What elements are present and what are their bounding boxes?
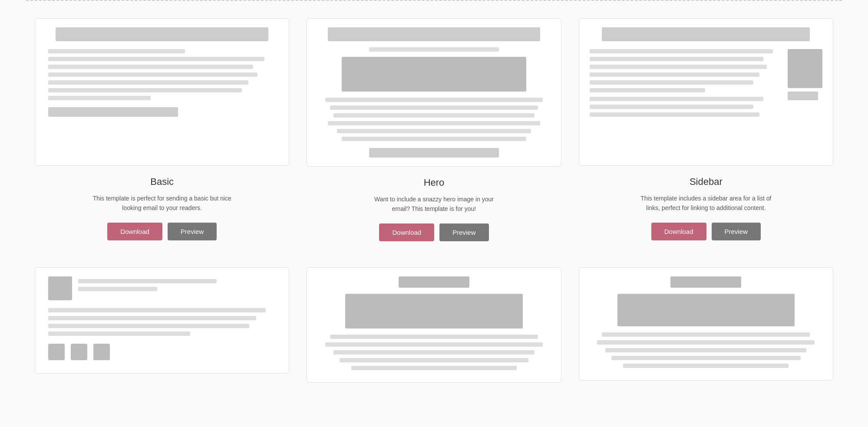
basic-btn-row: Download Preview <box>107 223 217 240</box>
hero-download-button[interactable]: Download <box>379 223 434 241</box>
basic-description: This template is perfect for sending a b… <box>92 194 231 213</box>
template-grid-row1: Basic This template is perfect for sendi… <box>0 18 868 267</box>
template-card-simple <box>579 267 833 393</box>
sidebar-title: Sidebar <box>690 176 723 187</box>
hero-description: Want to include a snazzy hero image in y… <box>364 194 503 214</box>
sidebar-preview-button[interactable]: Preview <box>712 223 761 240</box>
template-card-basic: Basic This template is perfect for sendi… <box>35 18 289 241</box>
basic-title: Basic <box>150 176 174 187</box>
hero-title: Hero <box>424 177 445 188</box>
sidebar-btn-row: Download Preview <box>651 223 761 240</box>
hero-preview <box>307 18 561 167</box>
centered-preview <box>307 267 561 383</box>
template-card-centered <box>307 267 561 393</box>
top-divider <box>26 0 842 1</box>
template-grid-row2 <box>0 267 868 419</box>
basic-download-button[interactable]: Download <box>107 223 162 240</box>
template-card-avatar <box>35 267 289 393</box>
sidebar-preview <box>579 18 833 166</box>
template-card-sidebar: Sidebar This template includes a sidebar… <box>579 18 833 241</box>
simple-preview <box>579 267 833 381</box>
template-card-hero: Hero Want to include a snazzy hero image… <box>307 18 561 241</box>
hero-preview-button[interactable]: Preview <box>439 223 488 241</box>
avatar-preview <box>35 267 289 374</box>
hero-btn-row: Download Preview <box>379 223 488 241</box>
sidebar-description: This template includes a sidebar area fo… <box>637 194 776 213</box>
sidebar-download-button[interactable]: Download <box>651 223 706 240</box>
basic-preview <box>35 18 289 166</box>
basic-preview-button[interactable]: Preview <box>168 223 217 240</box>
